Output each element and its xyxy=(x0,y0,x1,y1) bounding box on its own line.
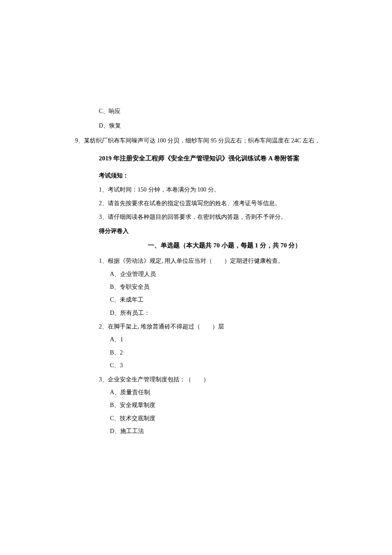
notice-heading: 考试须知： xyxy=(99,171,337,180)
stray-question-9: 9、某纺织厂织布车间噪声可达 100 分贝，细纱车间 95 分贝左右；织布车间温… xyxy=(75,136,337,145)
option-c: C、未成年工 xyxy=(110,295,337,305)
question-stem: 1、根据《劳动法》规定, 用人单位应当对（ ）定期进行健康检查。 xyxy=(99,256,337,266)
question-stem: 3、企业安全生产管理制度包括：（ ） xyxy=(99,375,337,384)
question-1: 1、根据《劳动法》规定, 用人单位应当对（ ）定期进行健康检查。 A、企业管理人… xyxy=(99,256,337,318)
stray-option-c: C、响应 xyxy=(99,107,337,116)
document-title: 2019 年注册安全工程师《安全生产管理知识》强化训练试卷 A 卷附答案 xyxy=(99,153,337,163)
notice-item: 3、请仔细阅读各种题目的回答要求，在密封线内答题，否则不予评分。 xyxy=(99,212,337,222)
option-b: B、2 xyxy=(110,348,337,357)
page-content: C、响应 D、恢复 9、某纺织厂织布车间噪声可达 100 分贝，细纱车间 95 … xyxy=(99,107,337,436)
notice-item: 1、考试时间：150 分钟，本卷满分为 100 分。 xyxy=(99,185,337,195)
question-2: 2、在脚手架上, 堆放普通砖不得超过（ ）层 A、1 B、2 C、3 xyxy=(99,322,337,371)
section-title: 一、单选题（本大题共 70 小题，每题 1 分，共 70 分） xyxy=(112,240,337,250)
exam-notices: 1、考试时间：150 分钟，本卷满分为 100 分。 2、请首先按要求在试卷的指… xyxy=(99,185,337,222)
option-b: B、专职安全员 xyxy=(110,282,337,292)
option-a: A、质量责任制 xyxy=(110,388,337,397)
page: C、响应 D、恢复 9、某纺织厂织布车间噪声可达 100 分贝，细纱车间 95 … xyxy=(0,107,392,436)
score-heading: 得分评卷入 xyxy=(99,227,337,236)
question-3: 3、企业安全生产管理制度包括：（ ） A、质量责任制 B、安全规章制度 C、技术… xyxy=(99,375,337,436)
option-b: B、安全规章制度 xyxy=(110,401,337,410)
option-d: D、施工工法 xyxy=(110,427,337,436)
question-options: A、企业管理人员 B、专职安全员 C、未成年工 D、所有员工： xyxy=(110,270,337,318)
option-d: D、所有员工： xyxy=(110,308,337,318)
question-options: A、质量责任制 B、安全规章制度 C、技术交底制度 D、施工工法 xyxy=(110,388,337,436)
option-a: A、企业管理人员 xyxy=(110,270,337,279)
option-c: C、3 xyxy=(110,361,337,370)
option-a: A、1 xyxy=(110,335,337,344)
question-options: A、1 B、2 C、3 xyxy=(110,335,337,370)
option-c: C、技术交底制度 xyxy=(110,414,337,423)
stray-option-d: D、恢复 xyxy=(99,121,337,131)
notice-item: 2、请首先按要求在试卷的指定位置填写您的姓名、准考证号等信息。 xyxy=(99,199,337,208)
question-stem: 2、在脚手架上, 堆放普通砖不得超过（ ）层 xyxy=(99,322,337,331)
stray-options-block: C、响应 D、恢复 xyxy=(82,107,337,131)
